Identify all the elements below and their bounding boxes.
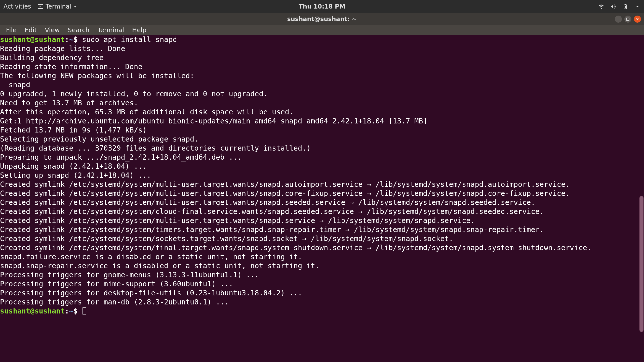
prompt-path: ~ xyxy=(69,35,73,44)
terminal-output: Reading package lists... Done Building d… xyxy=(0,44,644,307)
appmenu-button[interactable]: Terminal ▾ xyxy=(38,3,76,10)
menu-view[interactable]: View xyxy=(41,25,63,35)
prompt-userhost-2: sushant@sushant xyxy=(0,307,65,315)
appmenu-label: Terminal xyxy=(46,3,71,10)
activities-button[interactable]: Activities xyxy=(4,3,31,10)
prompt-dollar-2: $ xyxy=(73,307,82,315)
scrollbar-thumb[interactable] xyxy=(639,196,643,332)
menu-file[interactable]: File xyxy=(3,25,20,35)
chevron-down-icon: ▾ xyxy=(74,5,76,9)
prompt-sep: : xyxy=(65,35,69,44)
menu-search[interactable]: Search xyxy=(64,25,93,35)
clock-label[interactable]: Thu 10:18 PM xyxy=(299,3,345,10)
prompt-path-2: ~ xyxy=(69,307,73,315)
menu-terminal[interactable]: Terminal xyxy=(94,25,128,35)
window-title: sushant@sushant: ~ xyxy=(287,16,357,23)
wifi-icon[interactable] xyxy=(598,4,604,10)
svg-rect-0 xyxy=(617,20,620,20)
close-button[interactable] xyxy=(634,16,641,23)
command-text: sudo apt install snapd xyxy=(82,35,177,44)
menu-edit[interactable]: Edit xyxy=(21,25,40,35)
minimize-button[interactable] xyxy=(615,16,622,23)
svg-rect-1 xyxy=(627,18,629,20)
prompt-userhost: sushant@sushant xyxy=(0,35,65,44)
terminal-icon xyxy=(38,4,43,9)
volume-icon[interactable] xyxy=(610,4,616,10)
menu-help[interactable]: Help xyxy=(129,25,150,35)
terminal-viewport[interactable]: sushant@sushant:~$ sudo apt install snap… xyxy=(0,35,644,362)
battery-icon[interactable] xyxy=(622,4,628,10)
menubar: File Edit View Search Terminal Help xyxy=(0,25,644,35)
prompt-dollar: $ xyxy=(73,35,82,44)
gnome-top-bar: Activities Terminal ▾ Thu 10:18 PM xyxy=(0,0,644,13)
window-titlebar: sushant@sushant: ~ xyxy=(0,13,644,25)
maximize-button[interactable] xyxy=(624,16,631,23)
system-menu-caret-icon[interactable] xyxy=(634,4,640,10)
cursor-block xyxy=(83,307,86,314)
